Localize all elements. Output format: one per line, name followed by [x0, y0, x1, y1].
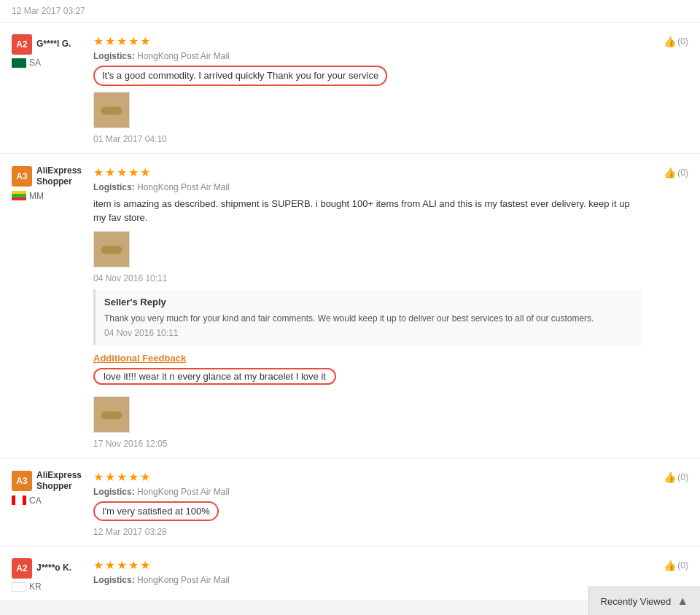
review-date: 01 Mar 2017 04:10 [93, 134, 643, 144]
star: ★ [105, 34, 115, 48]
reviewer-col: A2 G****l G. SA [12, 34, 85, 144]
stars-row: ★ ★ ★ ★ ★ [93, 470, 643, 484]
thumbs-up-button[interactable]: 👍 (0) [664, 167, 688, 179]
thumbs-up-button[interactable]: 👍 (0) [664, 471, 688, 483]
avatar: A3 [12, 471, 32, 491]
star: ★ [105, 165, 115, 179]
logistics-label: Logistics: [93, 182, 135, 192]
top-timestamp: 12 Mar 2017 03:27 [0, 0, 700, 23]
recently-viewed-bar[interactable]: Recently Viewed ▲ [588, 587, 700, 601]
thumbs-count: (0) [677, 36, 688, 47]
review-content: ★ ★ ★ ★ ★ Logistics: HongKong Post Air M… [93, 558, 643, 592]
star: ★ [128, 558, 139, 572]
logistics-label: Logistics: [93, 51, 135, 61]
thumbs-up-icon: 👍 [664, 560, 676, 571]
review-text: It's a good commodity. I arrived quickly… [93, 66, 643, 86]
svg-rect-2 [101, 246, 122, 254]
star: ★ [140, 34, 150, 48]
star: ★ [93, 34, 104, 48]
thumbs-col[interactable]: 👍 (0) [652, 470, 688, 538]
logistics-value: HongKong Post Air Mail [137, 487, 230, 497]
reviewer-name: AliExpress Shopper [36, 470, 85, 493]
avatar-initials: A2 [16, 563, 27, 573]
avatar-initials: A2 [16, 39, 27, 50]
stars-row: ★ ★ ★ ★ ★ [93, 558, 643, 572]
additional-feedback-text: love it!!! wear it n every glance at my … [93, 368, 643, 391]
star: ★ [93, 470, 104, 484]
review-item: A3 AliExpress Shopper MM ★ ★ ★ ★ ★ Logis… [0, 154, 700, 458]
flag-icon [12, 495, 26, 505]
avatar: A2 [12, 558, 32, 579]
review-date: 04 Nov 2016 10:11 [93, 273, 643, 283]
reviewer-col: A3 AliExpress Shopper CA [12, 470, 85, 538]
thumbs-up-icon: 👍 [664, 36, 676, 47]
chevron-up-icon: ▲ [677, 595, 688, 601]
review-text-circled: I'm very satisfied at 100% [93, 501, 219, 522]
star: ★ [140, 470, 150, 484]
svg-rect-0 [101, 106, 122, 115]
reviewer-col: A2 J****o K. KR [12, 558, 85, 592]
review-content: ★ ★ ★ ★ ★ Logistics: HongKong Post Air M… [93, 470, 643, 538]
avatar: A3 [12, 166, 32, 187]
logistics-label: Logistics: [93, 487, 135, 497]
star: ★ [105, 470, 115, 484]
review-content: ★ ★ ★ ★ ★ Logistics: HongKong Post Air M… [93, 34, 643, 144]
thumbs-col[interactable]: 👍 (0) [652, 165, 688, 179]
review-text: item is amazing as described. shipment i… [93, 197, 643, 225]
review-text: I'm very satisfied at 100% [93, 501, 643, 522]
reviewer-col: A3 AliExpress Shopper MM [12, 165, 85, 201]
review-text-circled: It's a good commodity. I arrived quickly… [93, 66, 387, 86]
additional-feedback-date: 17 Nov 2016 12:05 [93, 439, 643, 449]
page-container: 12 Mar 2017 03:27 A2 G****l G. SA ★ ★ ★ … [0, 0, 700, 601]
thumbs-up-icon: 👍 [664, 471, 676, 483]
flag-icon [12, 58, 26, 68]
seller-reply-date: 04 Nov 2016 10:11 [104, 328, 634, 338]
star: ★ [128, 470, 139, 484]
thumbs-col[interactable]: 👍 (0) [652, 34, 688, 144]
reviewer-country: SA [12, 58, 41, 68]
logistics-value: HongKong Post Air Mail [137, 575, 230, 585]
reviewer-country: KR [12, 581, 42, 592]
thumbs-count: (0) [677, 560, 688, 571]
seller-reply: Seller's Reply Thank you very much for y… [93, 289, 643, 345]
additional-feedback-label[interactable]: Additional Feedback [93, 353, 643, 364]
country-code: MM [29, 191, 44, 201]
review-item: A3 AliExpress Shopper CA ★ ★ ★ ★ ★ Logis… [0, 458, 700, 547]
thumbs-up-button[interactable]: 👍 (0) [664, 36, 688, 47]
star: ★ [128, 165, 139, 179]
star: ★ [128, 34, 139, 48]
avatar-initials: A3 [16, 171, 27, 181]
thumbs-count: (0) [677, 168, 688, 178]
star: ★ [117, 470, 127, 484]
additional-feedback-image [93, 396, 130, 433]
review-content: ★ ★ ★ ★ ★ Logistics: HongKong Post Air M… [93, 165, 643, 449]
country-code: CA [29, 495, 42, 506]
review-image [93, 231, 130, 267]
reviewer-name: AliExpress Shopper [36, 165, 85, 188]
country-code: SA [29, 58, 41, 68]
star: ★ [117, 34, 127, 48]
logistics-label: Logistics: [93, 575, 135, 585]
star: ★ [105, 558, 115, 572]
seller-reply-text: Thank you very much for your kind and fa… [104, 312, 634, 325]
star: ★ [93, 165, 104, 179]
thumbs-up-button[interactable]: 👍 (0) [664, 560, 688, 571]
review-image [93, 92, 130, 128]
additional-feedback-text-circled: love it!!! wear it n every glance at my … [93, 368, 336, 385]
star: ★ [140, 165, 150, 179]
logistics-row: Logistics: HongKong Post Air Mail [93, 487, 643, 497]
reviewer-country: CA [12, 495, 42, 506]
flag-icon [12, 191, 26, 200]
logistics-row: Logistics: HongKong Post Air Mail [93, 575, 643, 585]
recently-viewed-label: Recently Viewed [601, 596, 672, 602]
star: ★ [117, 558, 127, 572]
star: ★ [140, 558, 150, 572]
review-date: 12 Mar 2017 03:28 [93, 527, 643, 537]
thumbs-count: (0) [677, 472, 688, 482]
logistics-value: HongKong Post Air Mail [137, 51, 230, 61]
avatar-initials: A3 [16, 476, 27, 486]
logistics-value: HongKong Post Air Mail [137, 182, 230, 192]
stars-row: ★ ★ ★ ★ ★ [93, 165, 643, 179]
star: ★ [117, 165, 127, 179]
star: ★ [93, 558, 104, 572]
